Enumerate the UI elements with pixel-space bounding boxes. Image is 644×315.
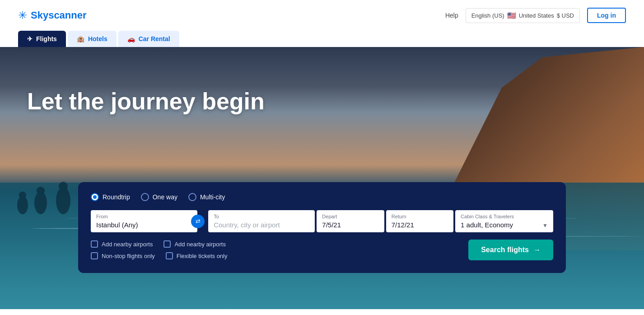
to-label: To (214, 214, 309, 219)
tab-car-rental[interactable]: 🚗 Car Rental (118, 31, 179, 47)
fields-row: From Istanbul (Any) ⇄ To Country, city o… (91, 210, 553, 232)
checkbox-nearby-from[interactable]: Add nearby airports (91, 240, 153, 248)
search-flights-label: Search flights (481, 246, 529, 254)
swap-button[interactable]: ⇄ (191, 215, 205, 228)
locale-button[interactable]: English (US) 🇺🇸 United States $ USD (466, 8, 580, 23)
header: ✳ Skyscanner Help English (US) 🇺🇸 United… (0, 0, 644, 31)
radio-multicity-outer (188, 193, 196, 201)
cabin-value: 1 adult, Economy (461, 221, 542, 229)
hotel-icon: 🏨 (77, 35, 84, 42)
from-field[interactable]: From Istanbul (Any) ⇄ (91, 210, 197, 232)
checkbox-row-top: Add nearby airports Add nearby airports (91, 240, 228, 248)
radio-roundtrip-outer (91, 193, 99, 201)
logo-area: ✳ Skyscanner (18, 9, 87, 22)
hero-title: Let the journey begin (27, 88, 265, 115)
checkbox-nearby-from-box[interactable] (91, 240, 98, 248)
flag-icon: 🇺🇸 (507, 11, 516, 20)
bottom-row: Add nearby airports Add nearby airports … (91, 240, 553, 260)
cabin-label: Cabin Class & Travelers (461, 214, 548, 219)
radio-oneway[interactable]: One way (141, 193, 177, 201)
car-icon: 🚗 (127, 35, 135, 42)
radio-roundtrip[interactable]: Roundtrip (91, 193, 130, 201)
tab-flights[interactable]: ✈ Flights (18, 31, 66, 47)
svg-point-5 (59, 182, 68, 191)
tab-car-rental-label: Car Rental (139, 35, 170, 42)
logo-text: Skyscanner (31, 9, 87, 21)
currency-label: $ USD (557, 12, 574, 19)
nav-tabs: ✈ Flights 🏨 Hotels 🚗 Car Rental (0, 31, 644, 47)
radio-roundtrip-label: Roundtrip (103, 193, 130, 201)
checkbox-nonstop-box[interactable] (91, 252, 98, 259)
plane-icon: ✈ (27, 35, 33, 42)
checkbox-flexible[interactable]: Flexible tickets only (166, 252, 228, 259)
chevron-down-icon: ▼ (542, 222, 548, 229)
return-label: Return (392, 214, 448, 219)
radio-multicity[interactable]: Multi-city (188, 193, 225, 201)
header-right: Help English (US) 🇺🇸 United States $ USD… (445, 8, 626, 23)
search-panel: Roundtrip One way Multi-city From Istanb… (78, 182, 566, 273)
checkbox-nearby-to-label: Add nearby airports (174, 241, 225, 248)
svg-point-3 (37, 187, 45, 195)
checkbox-flexible-box[interactable] (166, 252, 173, 259)
from-label: From (96, 214, 192, 219)
from-value: Istanbul (Any) (96, 221, 192, 229)
country-label: United States (519, 12, 554, 19)
tab-hotels-label: Hotels (88, 35, 107, 42)
search-flights-button[interactable]: Search flights → (468, 240, 553, 260)
locale-label: English (US) (471, 12, 504, 19)
cabin-dropdown: 1 adult, Economy ▼ (461, 221, 548, 229)
checkbox-row-bottom: Non-stop flights only Flexible tickets o… (91, 252, 228, 259)
depart-label: Depart (322, 214, 378, 219)
to-placeholder: Country, city or airport (214, 221, 309, 229)
radio-roundtrip-inner (93, 195, 97, 199)
help-link[interactable]: Help (445, 12, 458, 19)
cabin-field[interactable]: Cabin Class & Travelers 1 adult, Economy… (455, 210, 553, 232)
skyscanner-logo-icon: ✳ (18, 9, 27, 22)
checkbox-flexible-label: Flexible tickets only (177, 253, 228, 259)
checkbox-nonstop-label: Non-stop flights only (102, 253, 155, 259)
return-field[interactable]: Return 7/12/21 (386, 210, 453, 232)
tab-flights-label: Flights (36, 35, 57, 42)
depart-value: 7/5/21 (322, 221, 378, 229)
svg-point-2 (34, 192, 47, 214)
depart-field[interactable]: Depart 7/5/21 (317, 210, 384, 232)
radio-oneway-outer (141, 193, 149, 201)
radio-oneway-label: One way (153, 193, 177, 201)
checkbox-nonstop[interactable]: Non-stop flights only (91, 252, 155, 259)
checkbox-nearby-to-box[interactable] (163, 240, 171, 248)
hero-section: Let the journey begin Roundtrip One way … (0, 47, 644, 309)
trip-type-row: Roundtrip One way Multi-city (91, 193, 553, 201)
login-button[interactable]: Log in (587, 8, 626, 23)
checkboxes-left: Add nearby airports Add nearby airports … (91, 240, 228, 259)
checkbox-nearby-from-label: Add nearby airports (102, 241, 153, 248)
radio-multicity-label: Multi-city (200, 193, 225, 201)
return-value: 7/12/21 (392, 221, 448, 229)
tab-hotels[interactable]: 🏨 Hotels (68, 31, 117, 47)
svg-point-1 (19, 192, 26, 199)
to-field[interactable]: To Country, city or airport (208, 210, 315, 232)
svg-point-4 (56, 187, 70, 214)
search-arrow-icon: → (533, 246, 541, 254)
checkbox-nearby-to[interactable]: Add nearby airports (163, 240, 225, 248)
